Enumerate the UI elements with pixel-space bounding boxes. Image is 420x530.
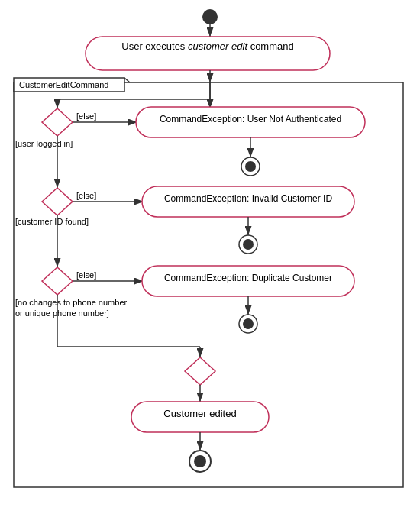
final-action-text: Customer edited [163, 408, 236, 419]
start-node [202, 9, 218, 24]
end3-dot [243, 318, 254, 329]
decision1-diamond [42, 108, 73, 136]
guard-no-changes-2: or unique phone number] [15, 309, 109, 318]
exception1-text: CommandException: User Not Authenticated [160, 114, 341, 124]
exception3-text: CommandException: Duplicate Customer [164, 273, 332, 283]
guard-no-changes: [no changes to phone number [15, 298, 128, 307]
initial-action-text: User executes customer edit command [121, 40, 293, 52]
decision2-diamond [42, 188, 73, 215]
decision4-diamond [185, 357, 215, 385]
guard-else1: [else] [76, 111, 96, 121]
end-final-dot [194, 455, 206, 467]
decision3-diamond [42, 267, 73, 295]
frame-notch [124, 78, 130, 82]
frame-label-text: CustomerEditCommand [19, 80, 108, 89]
guard-else3: [else] [76, 270, 96, 280]
guard-else2: [else] [76, 191, 96, 200]
end1-dot [245, 161, 256, 172]
exception2-text: CommandException: Invalid Customer ID [164, 193, 332, 204]
diagram-container: User executes customer edit command Cust… [0, 0, 420, 530]
guard-customer-id-found: [customer ID found] [15, 217, 89, 226]
guard-user-logged-in: [user logged in] [15, 139, 73, 148]
end2-dot [243, 239, 254, 250]
